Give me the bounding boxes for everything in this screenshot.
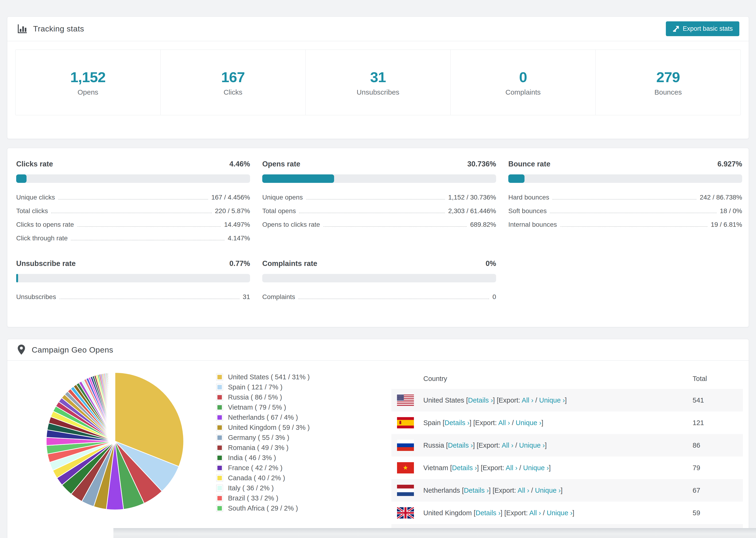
link-separator: / — [541, 509, 547, 517]
legend-label: Vietnam ( 79 / 5% ) — [228, 404, 286, 411]
rate-block-complaints-rate: Complaints rate0%Complaints0 — [262, 259, 496, 303]
rate-detail-value: 18 / 0% — [720, 207, 742, 215]
legend-item-united-states: United States ( 541 / 31% ) — [216, 372, 348, 382]
rate-value: 30.736% — [467, 160, 496, 168]
legend-label: Brazil ( 33 / 2% ) — [228, 494, 278, 502]
summary-stat-value: 279 — [656, 69, 680, 85]
rate-detail-label: Opens to clicks rate — [262, 221, 320, 228]
legend-swatch — [216, 485, 223, 491]
rate-detail-row: Total opens2,303 / 61.446% — [262, 204, 496, 218]
geo-table-row-nl: Netherlands [Details ›] [Export: All › /… — [391, 479, 743, 502]
close-bracket: ] — [565, 397, 567, 404]
rate-detail-row: Click through rate4.147% — [16, 231, 250, 245]
link-separator: / — [510, 419, 515, 426]
export-all-link[interactable]: All › — [517, 487, 529, 494]
details-link[interactable]: Details › — [452, 464, 477, 471]
rate-detail-value: 2,303 / 61.446% — [448, 207, 496, 215]
country-name: United States [ — [423, 397, 468, 404]
rate-detail-label: Clicks to opens rate — [16, 221, 74, 228]
export-unique-link[interactable]: Unique › — [515, 419, 541, 426]
tracking-stats-card: Tracking stats Export basic stats 1,152O… — [7, 17, 749, 139]
rate-title: Unsubscribe rate — [16, 259, 76, 268]
details-link[interactable]: Details › — [475, 509, 500, 517]
pie-slice-59 — [115, 372, 115, 441]
country-name: United Kingdom [ — [423, 509, 475, 517]
link-separator: / — [517, 464, 523, 471]
export-unique-link[interactable]: Unique › — [519, 442, 545, 449]
rate-value: 0% — [486, 259, 496, 268]
details-link[interactable]: Details › — [468, 397, 493, 404]
country-cell: United Kingdom [Details ›] [Export: All … — [423, 509, 574, 517]
export-all-link[interactable]: All › — [498, 419, 510, 426]
country-name: Vietnam [ — [423, 464, 452, 471]
export-all-link[interactable]: All › — [502, 442, 513, 449]
dotted-leader — [58, 199, 208, 199]
export-all-link[interactable]: All › — [522, 397, 533, 404]
vn-flag-icon — [397, 462, 414, 473]
rate-detail-value: 242 / 86.738% — [700, 194, 742, 201]
rate-detail-row: Unsubscribes31 — [16, 290, 250, 303]
country-column-header: Country — [423, 375, 447, 383]
geo-country-table: Country Total United States [Details ›] … — [391, 368, 743, 538]
geo-table-row-us: United States [Details ›] [Export: All ›… — [391, 389, 743, 411]
geo-pie-chart — [44, 370, 186, 512]
legend-item-south-africa: South Africa ( 29 / 2% ) — [216, 503, 348, 513]
export-all-link[interactable]: All › — [529, 509, 541, 517]
legend-item-france: France ( 42 / 2% ) — [216, 463, 348, 473]
dotted-leader — [51, 213, 212, 213]
rate-progress-bar — [262, 274, 496, 282]
legend-swatch — [216, 414, 223, 421]
legend-label: Spain ( 121 / 7% ) — [228, 383, 283, 391]
rate-title: Bounce rate — [508, 160, 550, 168]
legend-swatch — [216, 435, 223, 441]
tracking-stats-header: Tracking stats Export basic stats — [7, 17, 749, 41]
link-separator: / — [533, 397, 539, 404]
export-basic-stats-button[interactable]: Export basic stats — [666, 21, 739, 36]
export-unique-link[interactable]: Unique › — [547, 509, 572, 517]
legend-swatch — [216, 394, 223, 401]
export-unique-link[interactable]: Unique › — [539, 397, 565, 404]
rate-detail-row: Unique clicks167 / 4.456% — [16, 190, 250, 204]
summary-stat-value: 0 — [519, 69, 527, 85]
legend-item-spain: Spain ( 121 / 7% ) — [216, 382, 348, 392]
nl-flag-icon — [397, 485, 414, 496]
rate-value: 4.46% — [229, 160, 250, 168]
rate-progress-bar — [16, 174, 250, 183]
legend-item-united-kingdom: United Kingdom ( 59 / 3% ) — [216, 422, 348, 433]
summary-stat-label: Complaints — [506, 88, 541, 96]
rate-detail-value: 0 — [492, 293, 496, 301]
geo-opens-header: Campaign Geo Opens — [7, 339, 749, 361]
country-total: 79 — [693, 464, 737, 472]
bar-chart-icon — [17, 24, 27, 34]
export-label-text: ] [Export: — [469, 419, 499, 426]
rate-detail-label: Click through rate — [16, 235, 68, 242]
rate-detail-row: Complaints0 — [262, 290, 496, 303]
geo-table-row-ru: Russia [Details ›] [Export: All › / Uniq… — [391, 434, 743, 457]
country-cell: Russia [Details ›] [Export: All › / Uniq… — [423, 442, 547, 449]
legend-item-italy: Italy ( 36 / 2% ) — [216, 483, 348, 493]
details-link[interactable]: Details › — [448, 442, 473, 449]
tracking-stats-body: 1,152Opens167Clicks31Unsubscribes0Compla… — [7, 41, 749, 139]
legend-label: Russia ( 86 / 5% ) — [228, 394, 282, 401]
rate-detail-label: Unique clicks — [16, 194, 55, 201]
rate-detail-row: Hard bounces242 / 86.738% — [508, 190, 742, 204]
export-unique-link[interactable]: Unique › — [535, 487, 561, 494]
details-link[interactable]: Details › — [464, 487, 489, 494]
dotted-leader — [553, 199, 696, 199]
country-total: 59 — [693, 509, 737, 517]
geo-table-row-vn: Vietnam [Details ›] [Export: All › / Uni… — [391, 457, 743, 479]
legend-item-vietnam: Vietnam ( 79 / 5% ) — [216, 402, 348, 412]
legend-swatch — [216, 384, 223, 390]
rate-detail-value: 689.82% — [470, 221, 496, 228]
page-title: Tracking stats — [33, 24, 84, 33]
details-link[interactable]: Details › — [445, 419, 469, 426]
legend-label: Canada ( 40 / 2% ) — [228, 474, 285, 482]
export-label-text: ] [Export: — [473, 442, 502, 449]
export-unique-link[interactable]: Unique › — [523, 464, 549, 471]
summary-stat-label: Unsubscribes — [357, 88, 399, 96]
legend-swatch — [216, 475, 223, 481]
legend-label: Netherlands ( 67 / 4% ) — [228, 413, 298, 421]
export-all-link[interactable]: All › — [506, 464, 517, 471]
rate-detail-value: 19 / 6.81% — [711, 221, 742, 228]
dotted-leader — [59, 298, 240, 299]
